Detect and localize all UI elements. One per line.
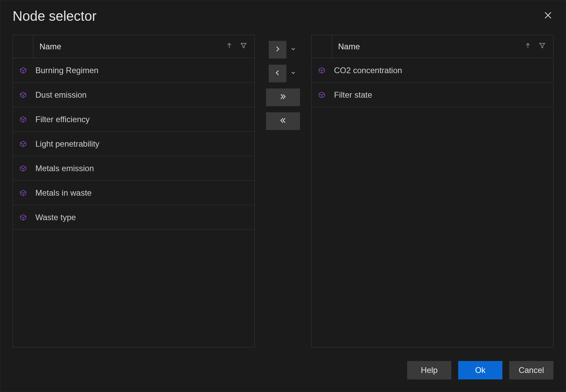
list-item[interactable]: Filter efficiency	[13, 107, 254, 132]
filter-icon	[240, 42, 247, 51]
svg-line-26	[23, 192, 26, 193]
dialog-footer: Help Ok Cancel	[0, 347, 566, 392]
list-item-label: Metals emission	[33, 164, 248, 173]
dialog-body: Name	[0, 27, 566, 347]
svg-line-39	[319, 94, 322, 95]
titlebar: Node selector	[0, 0, 566, 27]
list-item-label: CO2 concentration	[332, 66, 547, 75]
double-chevron-right-icon	[279, 93, 287, 102]
cube-icon	[13, 140, 33, 148]
available-list-header: Name	[13, 35, 254, 58]
svg-line-30	[23, 216, 26, 218]
svg-line-40	[322, 94, 324, 95]
selected-list-header: Name	[312, 35, 553, 58]
available-header-name-col[interactable]: Name	[33, 35, 254, 58]
move-all-left-button[interactable]	[266, 112, 300, 130]
selected-list-panel: Name	[311, 35, 553, 347]
node-selector-dialog: Node selector Name	[0, 0, 566, 392]
cube-icon	[13, 214, 33, 221]
help-button-label: Help	[421, 365, 437, 375]
list-item-label: Filter efficiency	[33, 115, 248, 124]
list-item[interactable]: CO2 concentration	[312, 58, 553, 83]
cube-icon	[13, 165, 33, 172]
move-right-dropdown[interactable]	[289, 46, 297, 54]
svg-marker-3	[241, 43, 246, 48]
arrow-up-icon	[226, 42, 233, 51]
dialog-title: Node selector	[13, 9, 97, 24]
svg-line-22	[23, 167, 26, 169]
chevron-left-icon	[274, 69, 281, 78]
list-item-label: Burning Regimen	[33, 66, 248, 75]
selected-header-name-col[interactable]: Name	[332, 35, 553, 58]
list-item-label: Filter state	[332, 90, 547, 100]
cube-icon	[312, 67, 332, 74]
arrow-up-icon	[525, 42, 531, 51]
selected-header-label: Name	[338, 42, 360, 51]
cancel-button-label: Cancel	[519, 365, 544, 375]
move-left-dropdown[interactable]	[289, 69, 297, 78]
cube-icon	[312, 91, 332, 99]
cube-icon	[13, 91, 33, 99]
available-header-label: Name	[39, 42, 61, 51]
svg-marker-33	[540, 43, 545, 48]
list-item[interactable]: Metals in waste	[13, 181, 254, 205]
cube-icon	[13, 116, 33, 123]
list-item-label: Waste type	[33, 213, 248, 222]
list-item[interactable]: Dust emission	[13, 83, 254, 107]
svg-line-18	[23, 143, 26, 144]
cancel-button[interactable]: Cancel	[509, 361, 553, 379]
list-item-label: Light penetrability	[33, 139, 248, 149]
move-left-row	[269, 65, 297, 82]
selected-header-icon-col	[312, 35, 332, 58]
filter-icon	[539, 42, 546, 51]
ok-button-label: Ok	[475, 365, 486, 375]
filter-button[interactable]	[538, 43, 546, 51]
selected-list-body: CO2 concentration Filter state	[312, 58, 553, 347]
help-button[interactable]: Help	[407, 361, 451, 379]
svg-line-21	[20, 167, 23, 169]
close-button[interactable]	[543, 11, 553, 22]
chevron-down-icon	[290, 46, 296, 54]
svg-line-29	[20, 216, 23, 218]
move-right-row	[269, 41, 297, 59]
move-all-right-button[interactable]	[266, 88, 300, 106]
move-left-button[interactable]	[269, 65, 286, 82]
svg-line-6	[23, 69, 26, 71]
list-item-label: Metals in waste	[33, 188, 248, 198]
available-list-panel: Name	[13, 35, 255, 347]
double-chevron-left-icon	[279, 117, 287, 126]
svg-line-36	[322, 69, 324, 71]
selected-header-tools	[524, 43, 546, 51]
list-item-label: Dust emission	[33, 90, 248, 100]
list-item[interactable]: Metals emission	[13, 156, 254, 181]
svg-line-17	[20, 143, 23, 144]
close-icon	[544, 11, 552, 21]
sort-asc-button[interactable]	[524, 43, 532, 51]
cube-icon	[13, 67, 33, 74]
ok-button[interactable]: Ok	[458, 361, 502, 379]
svg-line-14	[23, 118, 26, 120]
move-right-button[interactable]	[269, 41, 286, 59]
chevron-down-icon	[290, 70, 296, 78]
svg-line-9	[20, 94, 23, 95]
svg-line-35	[319, 69, 322, 71]
available-header-icon-col	[13, 35, 33, 58]
sort-asc-button[interactable]	[225, 43, 233, 51]
transfer-controls	[264, 35, 302, 347]
cube-icon	[13, 189, 33, 197]
available-header-tools	[225, 43, 248, 51]
svg-line-5	[20, 69, 23, 71]
available-list-body: Burning Regimen Dust emission Filter eff…	[13, 58, 254, 347]
svg-line-10	[23, 94, 26, 95]
svg-line-13	[20, 118, 23, 120]
chevron-right-icon	[274, 45, 281, 54]
svg-line-25	[20, 192, 23, 193]
list-item[interactable]: Burning Regimen	[13, 58, 254, 83]
list-item[interactable]: Waste type	[13, 205, 254, 230]
filter-button[interactable]	[239, 43, 248, 51]
list-item[interactable]: Filter state	[312, 83, 553, 107]
list-item[interactable]: Light penetrability	[13, 132, 254, 156]
